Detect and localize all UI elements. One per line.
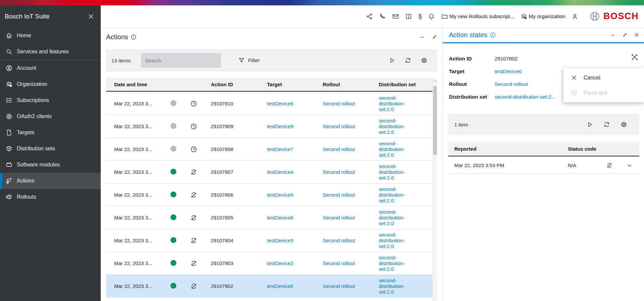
distribution-set-link[interactable]: second-distribution-set:2.0: [379, 232, 416, 249]
legal-section-icon[interactable]: §: [418, 13, 422, 20]
minimize-icon[interactable]: [419, 34, 426, 40]
table-row[interactable]: Mar 22, 2023 3...29107806testDevice5Seco…: [106, 184, 437, 206]
column-header[interactable]: Target: [267, 82, 323, 87]
sidebar-item-actions[interactable]: Actions: [0, 173, 101, 189]
phone-icon[interactable]: [379, 13, 386, 20]
sidebar: Bosch IoT Suite HomeServices and feature…: [0, 5, 101, 301]
target-cell: testDevice0: [267, 283, 323, 289]
sidebar-item-subscriptions[interactable]: Subscriptions: [0, 92, 101, 108]
minimize-icon[interactable]: [610, 32, 616, 38]
column-header[interactable]: Distribution set: [379, 82, 437, 87]
target-link[interactable]: testDevice6: [267, 215, 293, 220]
table-row[interactable]: Mar 22, 2023 3...29107802testDevice0Seco…: [106, 275, 437, 298]
rollout-link[interactable]: Second rollout: [323, 260, 355, 266]
rollout-link[interactable]: Second rollout: [323, 238, 355, 243]
notifications-bell-icon[interactable]: [428, 13, 435, 20]
rollout-link[interactable]: Second rollout: [323, 192, 355, 198]
rollout-link[interactable]: Second rollout: [323, 283, 355, 289]
chevron-down-icon[interactable]: [626, 162, 633, 169]
target-link[interactable]: testDevice5: [267, 192, 293, 198]
distribution-set-link[interactable]: second-distribution-set:2.0: [379, 255, 416, 272]
sidebar-item-account[interactable]: Account: [0, 60, 101, 76]
sidebar-item-software-modules[interactable]: Software modules: [0, 157, 101, 173]
subscriptions-icon: [5, 97, 13, 104]
table-row[interactable]: Mar 22, 2023 3...29107808testDevice7Seco…: [106, 138, 437, 161]
table-row[interactable]: Mar 22, 2023 3...29107807testDevice4Seco…: [106, 161, 437, 184]
scroll-up-icon[interactable]: [433, 78, 437, 84]
search-input[interactable]: [141, 53, 221, 68]
target-link[interactable]: testDevice4: [267, 169, 293, 175]
distribution-set-link[interactable]: second-distribution-set:2.0: [379, 118, 416, 135]
sidebar-item-label: OAuth2 clients: [17, 113, 52, 119]
rollout-link[interactable]: Second rollout: [323, 146, 355, 152]
subscription-switcher[interactable]: My new Rollouts subscript...: [441, 13, 514, 20]
states-table-row[interactable]: Mar 22, 2023 3:53 PM N/A: [448, 157, 639, 174]
table-row[interactable]: Mar 22, 2023 3...29107804testDevice3Seco…: [106, 229, 437, 252]
distribution-set-link[interactable]: second-distribution-set:2.0: [379, 209, 416, 226]
rollout-cell: Second rollout: [323, 215, 379, 220]
table-row[interactable]: Mar 22, 2023 3...29107810testDevice8Seco…: [106, 92, 437, 115]
target-link[interactable]: testDevice0: [495, 68, 522, 74]
sidebar-close-icon[interactable]: [87, 13, 95, 20]
status-finished-dot-icon: [171, 260, 176, 266]
rollout-link[interactable]: Second rollout: [323, 101, 355, 106]
sidebar-item-organization[interactable]: Organization: [0, 76, 101, 92]
share-icon[interactable]: [366, 13, 373, 20]
rollout-link[interactable]: Second rollout: [323, 123, 355, 129]
column-header[interactable]: Date and time: [114, 82, 171, 87]
sidebar-item-rollouts[interactable]: Rollouts: [0, 189, 101, 205]
target-link[interactable]: testDevice8: [267, 101, 293, 106]
close-icon[interactable]: [633, 32, 640, 38]
table-row[interactable]: Mar 22, 2023 3...29107803testDevice2Seco…: [106, 252, 437, 275]
refresh-icon[interactable]: [404, 57, 412, 64]
sidebar-item-targets[interactable]: Targets: [0, 124, 101, 141]
info-icon[interactable]: [490, 32, 496, 38]
run-play-icon[interactable]: [586, 121, 593, 128]
settings-gear-icon[interactable]: [420, 57, 428, 64]
target-link[interactable]: testDevice2: [267, 260, 293, 266]
refresh-icon[interactable]: [603, 121, 610, 128]
sidebar-item-distribution-sets[interactable]: Distribution sets: [0, 141, 101, 157]
distribution-set-link[interactable]: second-distribution-set:2...: [495, 94, 556, 100]
sidebar-item-home[interactable]: Home: [0, 28, 101, 44]
run-play-icon[interactable]: [388, 57, 396, 64]
resize-icon[interactable]: [622, 32, 628, 38]
documentation-icon[interactable]: [405, 13, 412, 20]
tools-wrench-icon[interactable]: [631, 53, 639, 61]
table-row[interactable]: Mar 22, 2023 3...29107809testDevice9Seco…: [106, 115, 437, 138]
info-icon[interactable]: [130, 34, 137, 40]
filter-button[interactable]: Filter: [238, 57, 260, 64]
mail-icon[interactable]: [392, 13, 399, 20]
distribution-set-link[interactable]: second-distribution-set:2.0: [379, 278, 416, 295]
distribution-set-link[interactable]: second-distribution-set:2.0: [379, 141, 416, 158]
rollout-link[interactable]: Second rollout: [495, 81, 528, 87]
menu-item-force-quit[interactable]: Force quit: [563, 85, 644, 100]
organization-switcher[interactable]: My organization: [520, 13, 565, 20]
target-link[interactable]: testDevice7: [267, 146, 293, 152]
distribution-set-link[interactable]: second-distribution-set:2.0: [379, 186, 416, 203]
user-icon[interactable]: [571, 13, 579, 20]
distribution-set-link[interactable]: second-distribution-set:2.0: [379, 95, 416, 112]
column-header[interactable]: Rollout: [323, 82, 379, 87]
sync-check-icon[interactable]: [606, 162, 613, 169]
column-header[interactable]: Reported: [454, 146, 568, 152]
status-cell: [171, 169, 190, 175]
scrollbar-thumb[interactable]: [433, 86, 437, 155]
target-link[interactable]: testDevice3: [267, 238, 293, 243]
vertical-scrollbar[interactable]: [432, 78, 437, 301]
sidebar-item-oauth2-clients[interactable]: OAuth2 clients: [0, 108, 101, 124]
target-link[interactable]: testDevice9: [267, 123, 293, 129]
rollout-link[interactable]: Second rollout: [323, 215, 355, 220]
sidebar-item-services-and-features[interactable]: Services and features: [0, 44, 101, 60]
table-row[interactable]: Mar 22, 2023 3...29107805testDevice6Seco…: [106, 206, 437, 229]
app-title: Bosch IoT Suite: [5, 13, 50, 20]
settings-gear-icon[interactable]: [620, 121, 628, 128]
column-header[interactable]: Action ID: [211, 82, 267, 87]
reported-value: Mar 22, 2023 3:53 PM: [454, 162, 568, 168]
distribution-set-link[interactable]: second-distribution-set:2.0: [379, 163, 416, 181]
column-header[interactable]: Status code: [568, 146, 596, 152]
target-link[interactable]: testDevice0: [267, 283, 293, 289]
rollout-link[interactable]: Second rollout: [323, 169, 355, 175]
resize-icon[interactable]: [431, 34, 438, 40]
menu-item-cancel[interactable]: Cancel: [563, 70, 644, 85]
